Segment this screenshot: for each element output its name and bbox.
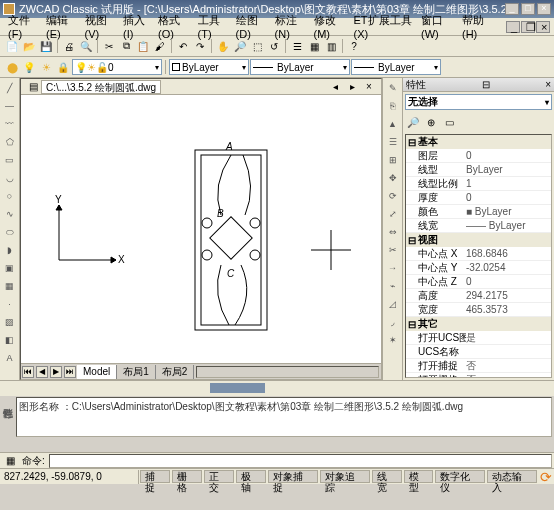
tab-layout1[interactable]: 布局1 xyxy=(117,365,156,379)
menu-et[interactable]: ET扩展工具(X) xyxy=(350,12,417,41)
sun-icon[interactable]: ☀ xyxy=(38,59,54,75)
arc-icon[interactable]: ◡ xyxy=(2,170,18,186)
mdi-minimize-button[interactable]: _ xyxy=(506,21,520,33)
document-tab[interactable]: C:\...\3.5.2 绘制圆弧.dwg xyxy=(41,80,161,94)
sb-logo-icon[interactable]: ⟳ xyxy=(538,469,554,485)
sb-snap[interactable]: 捕捉 xyxy=(140,470,170,483)
move-icon[interactable]: ✥ xyxy=(385,170,401,186)
cut-icon[interactable]: ✂ xyxy=(101,38,117,54)
ellipse-icon[interactable]: ⬭ xyxy=(2,224,18,240)
menu-edit[interactable]: 编辑(E) xyxy=(42,12,80,41)
copy-icon[interactable]: ⧉ xyxy=(118,38,134,54)
tab-prev-icon[interactable]: ◀ xyxy=(36,366,48,378)
sb-grid[interactable]: 栅格 xyxy=(172,470,202,483)
zoom-icon[interactable]: 🔎 xyxy=(232,38,248,54)
color-combo[interactable]: ByLayer▾ xyxy=(169,59,249,75)
menu-insert[interactable]: 插入(I) xyxy=(119,12,153,41)
lineweight-combo[interactable]: ByLayer▾ xyxy=(351,59,441,75)
chamfer-icon[interactable]: ◿ xyxy=(385,296,401,312)
hscrollbar[interactable] xyxy=(196,366,379,378)
rotate-icon[interactable]: ⟳ xyxy=(385,188,401,204)
dtab-right-icon[interactable]: ▸ xyxy=(344,79,360,95)
new-icon[interactable]: 📄 xyxy=(4,38,20,54)
bulb-icon[interactable]: 💡 xyxy=(21,59,37,75)
command-input[interactable] xyxy=(49,454,552,468)
canvas[interactable]: X Y A B C xyxy=(21,95,381,363)
sb-polar[interactable]: 极轴 xyxy=(236,470,266,483)
dtab-close-icon[interactable]: × xyxy=(361,79,377,95)
sb-lwt[interactable]: 线宽 xyxy=(372,470,402,483)
xline-icon[interactable]: — xyxy=(2,98,18,114)
menu-draw[interactable]: 绘图(D) xyxy=(232,12,270,41)
tab-layout2[interactable]: 布局2 xyxy=(156,365,195,379)
sb-model[interactable]: 模型 xyxy=(404,470,434,483)
explode-icon[interactable]: ✶ xyxy=(385,332,401,348)
pline-icon[interactable]: 〰 xyxy=(2,116,18,132)
pan-icon[interactable]: ✋ xyxy=(215,38,231,54)
extend-icon[interactable]: → xyxy=(385,260,401,276)
tab-last-icon[interactable]: ⏭ xyxy=(64,366,76,378)
paste-icon[interactable]: 📋 xyxy=(135,38,151,54)
maximize-button[interactable]: □ xyxy=(521,3,535,15)
tab-next-icon[interactable]: ▶ xyxy=(50,366,62,378)
properties-grid[interactable]: ⊟基本 图层0 线型ByLayer 线型比例1 厚度0 颜色■ ByLayer … xyxy=(405,134,552,378)
selection-combo[interactable]: 无选择▾ xyxy=(405,94,552,110)
block-icon[interactable]: ▦ xyxy=(2,278,18,294)
close-button[interactable]: × xyxy=(537,3,551,15)
selectobj-icon[interactable]: ▭ xyxy=(441,114,457,130)
hatch-icon[interactable]: ▨ xyxy=(2,314,18,330)
ellipsearc-icon[interactable]: ◗ xyxy=(2,242,18,258)
panel-header[interactable]: 特性 ⊟ × xyxy=(403,78,554,92)
sb-dyn[interactable]: 动态输入 xyxy=(487,470,537,483)
toolpalette-icon[interactable]: ▥ xyxy=(323,38,339,54)
array-icon[interactable]: ⊞ xyxy=(385,152,401,168)
break-icon[interactable]: ⌁ xyxy=(385,278,401,294)
line-icon[interactable]: ╱ xyxy=(2,80,18,96)
sb-digit[interactable]: 数字化仪 xyxy=(435,470,485,483)
open-icon[interactable]: 📂 xyxy=(21,38,37,54)
offset-icon[interactable]: ☰ xyxy=(385,134,401,150)
dtab-left-icon[interactable]: ◂ xyxy=(327,79,343,95)
command-history[interactable]: 图形名称 ：C:\Users\Administrator\Desktop\图文教… xyxy=(16,397,552,437)
menu-file[interactable]: 文件(F) xyxy=(4,12,41,41)
text-icon[interactable]: A xyxy=(2,350,18,366)
save-icon[interactable]: 💾 xyxy=(38,38,54,54)
undo-icon[interactable]: ↶ xyxy=(175,38,191,54)
pickadd-icon[interactable]: ⊕ xyxy=(423,114,439,130)
coords-cell[interactable]: 827.2429, -59.0879, 0 xyxy=(0,470,139,484)
spline-icon[interactable]: ∿ xyxy=(2,206,18,222)
tab-first-icon[interactable]: ⏮ xyxy=(22,366,34,378)
menu-tools[interactable]: 工具(T) xyxy=(194,12,231,41)
trim-icon[interactable]: ✂ xyxy=(385,242,401,258)
menu-modify[interactable]: 修改(M) xyxy=(310,12,349,41)
preview-icon[interactable]: 🔍 xyxy=(78,38,94,54)
erase-icon[interactable]: ✎ xyxy=(385,80,401,96)
mdi-close-button[interactable]: × xyxy=(536,21,550,33)
menu-help[interactable]: 帮助(H) xyxy=(458,12,496,41)
minimize-button[interactable]: _ xyxy=(505,3,519,15)
mirror-icon[interactable]: ▲ xyxy=(385,116,401,132)
layer-combo[interactable]: 💡☀🔓0▾ xyxy=(72,59,162,75)
menu-window[interactable]: 窗口(W) xyxy=(417,12,457,41)
sb-osnap[interactable]: 对象捕捉 xyxy=(268,470,318,483)
properties-icon[interactable]: ☰ xyxy=(289,38,305,54)
mdi-restore-button[interactable]: ❐ xyxy=(521,21,535,33)
stretch-icon[interactable]: ⇔ xyxy=(385,224,401,240)
polygon-icon[interactable]: ⬠ xyxy=(2,134,18,150)
point-icon[interactable]: · xyxy=(2,296,18,312)
lock-icon[interactable]: 🔒 xyxy=(55,59,71,75)
fillet-icon[interactable]: ◞ xyxy=(385,314,401,330)
menu-format[interactable]: 格式(O) xyxy=(154,12,192,41)
sb-ortho[interactable]: 正交 xyxy=(204,470,234,483)
match-icon[interactable]: 🖌 xyxy=(152,38,168,54)
panel-pin-icon[interactable]: ⊟ xyxy=(482,79,490,90)
menu-dim[interactable]: 标注(N) xyxy=(271,12,309,41)
layer-icon[interactable]: ⬤ xyxy=(4,59,20,75)
designcenter-icon[interactable]: ▦ xyxy=(306,38,322,54)
insert-icon[interactable]: ▣ xyxy=(2,260,18,276)
panel-close-icon[interactable]: × xyxy=(545,79,551,90)
linetype-combo[interactable]: ByLayer▾ xyxy=(250,59,350,75)
sb-otrack[interactable]: 对象追踪 xyxy=(320,470,370,483)
zoom-prev-icon[interactable]: ↺ xyxy=(266,38,282,54)
qselect-icon[interactable]: 🔎 xyxy=(405,114,421,130)
